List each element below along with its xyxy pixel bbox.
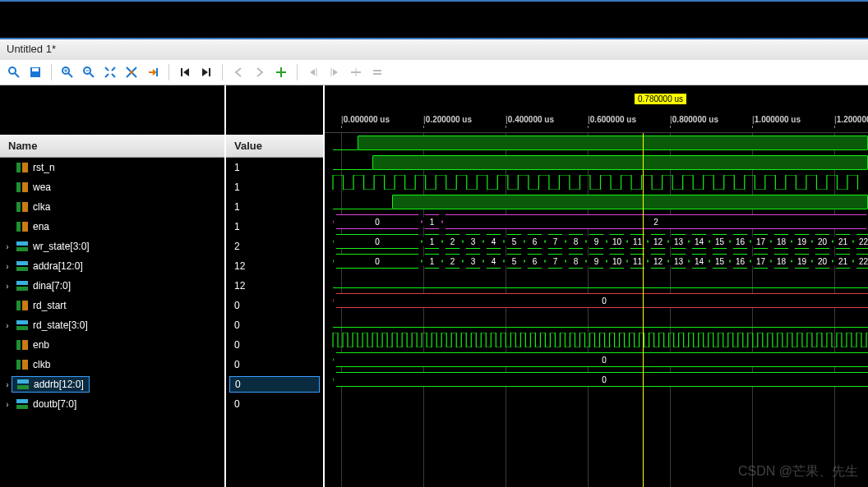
zoom-out-icon[interactable] [80, 63, 98, 81]
signal-type-icon [16, 241, 28, 251]
bus-value: 20 [812, 254, 833, 269]
bus-value: 9 [586, 234, 607, 249]
signal-value-row[interactable]: 1 [226, 197, 323, 217]
signal-value-row[interactable]: 0 [226, 374, 323, 394]
time-tick: |1.200000 us [834, 115, 868, 124]
bus-value: 0 [333, 352, 868, 367]
bus-value: 8 [566, 254, 586, 269]
go-to-start-icon[interactable] [176, 63, 194, 81]
signal-name-row[interactable]: rd_start [0, 296, 224, 315]
bus-value: 16 [730, 254, 750, 269]
signal-type-icon [16, 222, 28, 232]
bus-value: 20 [812, 234, 833, 249]
wave-row: 012345678910111213141516171819202122 [325, 232, 868, 251]
bus-value: 0 [333, 293, 868, 308]
signal-value-row[interactable]: 0 [226, 315, 323, 335]
swap-marker-icon[interactable] [368, 63, 386, 81]
watermark: CSDN @芒果、先生 [738, 463, 858, 480]
bus-value: 12 [648, 234, 668, 249]
signal-value: 0 [234, 359, 240, 370]
del-marker-icon[interactable] [347, 63, 365, 81]
signal-value-row[interactable]: 2 [226, 237, 323, 256]
next-marker-icon[interactable] [326, 63, 344, 81]
signal-value-row[interactable]: 12 [226, 276, 323, 296]
wave-row: 012 [325, 212, 868, 232]
zoom-in-icon[interactable] [58, 63, 76, 81]
expand-icon[interactable]: › [3, 282, 12, 291]
expand-icon[interactable]: › [3, 242, 12, 251]
signal-type-icon [16, 261, 28, 271]
signal-name: doutb[7:0] [33, 398, 76, 410]
cursor-line[interactable] [643, 133, 644, 487]
add-marker-icon[interactable] [272, 63, 290, 81]
tab-title[interactable]: Untitled 1* [7, 43, 56, 55]
svg-line-1 [15, 73, 19, 77]
time-ruler[interactable]: |0.000000 us|0.200000 us|0.400000 us|0.6… [325, 110, 868, 133]
signal-value-row[interactable]: 0 [226, 394, 323, 414]
signal-name-row[interactable]: ›rd_state[3:0] [0, 315, 224, 335]
values-header[interactable]: Value [226, 135, 323, 158]
signal-value-row[interactable]: 0 [226, 335, 323, 355]
bus-value: 15 [709, 234, 730, 249]
signal-value: 0 [234, 300, 240, 311]
bus-value: 12 [648, 254, 668, 269]
wave-row [325, 330, 868, 350]
names-header[interactable]: Name [0, 135, 224, 158]
signal-type-icon [16, 360, 28, 370]
bus-value: 17 [750, 254, 771, 269]
wave-row [325, 192, 868, 212]
signal-name-row[interactable]: enb [0, 335, 224, 355]
signal-value: 1 [234, 162, 240, 173]
bus-value: 1 [422, 254, 442, 269]
names-panel: Name rst_nweaclkaena›wr_state[3:0]›addra… [0, 85, 226, 487]
signal-value: 12 [234, 280, 245, 292]
signal-name-row[interactable]: wea [0, 177, 224, 197]
expand-icon[interactable]: › [3, 380, 12, 389]
signal-name: clkb [33, 359, 50, 370]
cursor-flag[interactable]: 0.780000 us [635, 94, 686, 104]
top-strip [0, 0, 868, 39]
zoom-cursor-icon[interactable] [122, 63, 141, 81]
signal-value-row[interactable]: 0 [226, 355, 323, 374]
prev-trans-icon[interactable] [229, 63, 247, 81]
signal-name-row[interactable]: ›dina[7:0] [0, 276, 224, 296]
signal-name-row[interactable]: ›addra[12:0] [0, 256, 224, 276]
save-icon[interactable] [26, 63, 44, 81]
signal-name-row[interactable]: clka [0, 197, 224, 217]
signal-name-row[interactable]: ›doutb[7:0] [0, 394, 224, 414]
signal-value: 1 [234, 181, 240, 193]
next-trans-icon[interactable] [251, 63, 269, 81]
signal-type-icon [16, 340, 28, 350]
time-tick: |0.400000 us [506, 115, 554, 124]
signal-name-row[interactable]: ›wr_state[3:0] [0, 237, 224, 256]
bus-value: 15 [709, 254, 730, 269]
signal-name-row[interactable]: ena [0, 217, 224, 237]
wave-area[interactable]: 0120123456789101112131415161718192021220… [325, 133, 868, 487]
signal-value-row[interactable]: 1 [226, 158, 323, 177]
signal-type-icon [16, 301, 28, 310]
signal-name: rd_state[3:0] [33, 319, 88, 331]
prev-marker-icon[interactable] [304, 63, 322, 81]
signal-name: dina[7:0] [33, 280, 71, 292]
signal-value-row[interactable]: 0 [226, 296, 323, 315]
signal-value-row[interactable]: 1 [226, 217, 323, 237]
signal-name-row[interactable]: clkb [0, 355, 224, 374]
wave-row [325, 271, 868, 291]
bus-value: 2 [442, 214, 868, 229]
time-tick: |0.200000 us [423, 115, 472, 124]
signal-name-row[interactable]: rst_n [0, 158, 224, 177]
search-icon[interactable] [5, 63, 23, 81]
signal-value-row[interactable]: 1 [226, 177, 323, 197]
go-to-cursor-icon[interactable] [144, 63, 162, 81]
signal-name: enb [33, 339, 49, 351]
bus-value: 8 [566, 234, 586, 249]
signal-value: 1 [234, 201, 240, 213]
signal-name: addra[12:0] [33, 260, 83, 272]
zoom-fit-icon[interactable] [101, 63, 119, 81]
expand-icon[interactable]: › [3, 321, 12, 330]
expand-icon[interactable]: › [3, 400, 12, 409]
signal-value-row[interactable]: 12 [226, 256, 323, 276]
signal-name-row[interactable]: ›addrb[12:0] [0, 374, 224, 394]
go-to-end-icon[interactable] [197, 63, 215, 81]
expand-icon[interactable]: › [3, 262, 12, 271]
